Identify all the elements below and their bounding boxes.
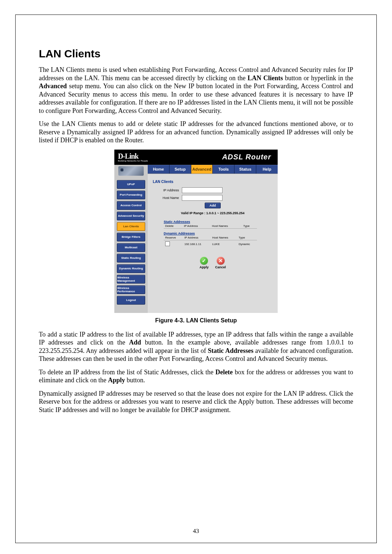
- host-name-input[interactable]: [182, 195, 222, 201]
- body-paragraph-3: To add a static IP address to the list o…: [39, 330, 353, 363]
- host-name-label: Host Name: [153, 196, 182, 200]
- tab-help[interactable]: Help: [256, 165, 278, 174]
- apply-button[interactable]: ✓ Apply: [200, 257, 209, 269]
- apply-label: Apply: [200, 265, 209, 269]
- tab-status[interactable]: Status: [234, 165, 256, 174]
- tab-tools[interactable]: Tools: [213, 165, 234, 174]
- table-row: 192.168.1.11 LUKE Dynamic: [164, 240, 257, 248]
- device-image: [118, 166, 144, 176]
- text: To delete an IP address from the list of…: [39, 368, 215, 376]
- intro-paragraph-2: Use the LAN Clients menus to add or dele…: [39, 120, 353, 144]
- intro-paragraph-1: The LAN Clients menu is used when establ…: [39, 66, 353, 115]
- router-header: D-Link Building Networks for People ADSL…: [114, 150, 278, 165]
- col-delete: Delete: [164, 224, 183, 229]
- col-ip: IP Address: [183, 235, 211, 240]
- text-bold: Apply: [108, 376, 125, 384]
- sidebar-item-static-routing[interactable]: Static Routing: [117, 254, 145, 262]
- close-icon: ✕: [217, 257, 225, 265]
- sidebar-item-upnp[interactable]: UPnP: [117, 180, 145, 189]
- check-icon: ✓: [200, 257, 208, 265]
- col-reserve: Reserve: [164, 235, 183, 240]
- cell-host: LUKE: [211, 240, 237, 248]
- col-type: Type: [242, 224, 257, 229]
- static-addresses-table: Delete IP Address Host Names Type: [164, 224, 257, 229]
- valid-ip-range: Valid IP Range : 1.0.0.1 ~ 223.255.255.2…: [153, 211, 273, 215]
- ip-address-label: IP Address: [153, 188, 182, 192]
- dynamic-addresses-table: Reserve IP Address Host Names Type 192.1…: [164, 235, 257, 248]
- tab-home[interactable]: Home: [148, 165, 170, 174]
- body-paragraph-5: Dynamically assigned IP addresses may be…: [39, 390, 353, 414]
- text-bold: Delete: [215, 368, 233, 376]
- panel-title: LAN Clients: [153, 180, 273, 184]
- text: button.: [125, 376, 145, 384]
- logo-tagline: Building Networks for People: [118, 160, 148, 162]
- tab-setup[interactable]: Setup: [170, 165, 191, 174]
- router-screenshot: D-Link Building Networks for People ADSL…: [114, 150, 278, 313]
- text: button or hyperlink in the: [283, 74, 353, 82]
- sidebar-item-access-control[interactable]: Access Control: [117, 201, 145, 210]
- tab-advanced[interactable]: Advanced: [191, 165, 213, 174]
- cell-ip: 192.168.1.11: [183, 240, 211, 248]
- col-host: Host Names: [211, 224, 242, 229]
- static-addresses-title: Static Addresses: [164, 220, 273, 224]
- text-bold: LAN Clients: [248, 74, 283, 82]
- range-value: 1.0.0.1 ~ 223.255.255.254: [206, 211, 244, 215]
- sidebar-item-wireless-management[interactable]: Wireless Management: [117, 275, 145, 284]
- sidebar-item-advanced-security[interactable]: Advanced Security: [117, 212, 145, 220]
- range-prefix: Valid IP Range :: [181, 211, 206, 215]
- dynamic-addresses-title: Dynamic Addresses: [164, 232, 273, 235]
- sidebar-item-logout[interactable]: Logout: [117, 296, 145, 305]
- col-type: Type: [237, 235, 257, 240]
- cancel-button[interactable]: ✕ Cancel: [215, 257, 226, 269]
- page-title: LAN Clients: [39, 48, 353, 60]
- text-bold: Static Addresses: [208, 347, 254, 354]
- table-header-row: Reserve IP Address Host Names Type: [164, 235, 257, 240]
- host-name-row: Host Name: [153, 195, 273, 201]
- figure-caption: Figure 4-3. LAN Clients Setup: [39, 317, 353, 324]
- router-title: ADSL Router: [222, 153, 271, 161]
- sidebar-item-lan-clients[interactable]: Lan Clients: [117, 222, 145, 231]
- sidebar: UPnP Port Forwarding Access Control Adva…: [114, 165, 148, 313]
- text: setup menu. You can also click on the Ne…: [39, 82, 353, 114]
- reserve-checkbox[interactable]: [165, 241, 170, 246]
- ip-address-row: IP Address: [153, 187, 273, 193]
- sidebar-item-dynamic-routing[interactable]: Dynamic Routing: [117, 264, 145, 273]
- sidebar-item-multicast[interactable]: Multicast: [117, 243, 145, 252]
- col-host: Host Names: [211, 235, 237, 240]
- text-bold: Advanced: [39, 82, 67, 90]
- ip-address-input[interactable]: [182, 187, 222, 193]
- sidebar-item-wireless-performance[interactable]: Wireless Performance: [117, 285, 145, 294]
- sidebar-item-port-forwarding[interactable]: Port Forwarding: [117, 191, 145, 199]
- body-paragraph-4: To delete an IP address from the list of…: [39, 368, 353, 384]
- add-button[interactable]: Add: [205, 203, 221, 208]
- action-row: ✓ Apply ✕ Cancel: [153, 257, 273, 269]
- content-panel: LAN Clients IP Address Host Name Add: [148, 174, 278, 313]
- dlink-logo: D-Link Building Networks for People: [118, 152, 148, 162]
- col-ip: IP Address: [183, 224, 211, 229]
- logo-text: D-Link: [118, 152, 138, 160]
- cancel-label: Cancel: [215, 265, 226, 269]
- text-bold: Add: [129, 339, 141, 346]
- sidebar-item-bridge-filters[interactable]: Bridge Filters: [117, 233, 145, 241]
- page-number: 43: [16, 527, 376, 535]
- table-header-row: Delete IP Address Host Names Type: [164, 224, 257, 229]
- top-nav: Home Setup Advanced Tools Status Help: [148, 165, 278, 174]
- cell-type: Dynamic: [237, 240, 257, 248]
